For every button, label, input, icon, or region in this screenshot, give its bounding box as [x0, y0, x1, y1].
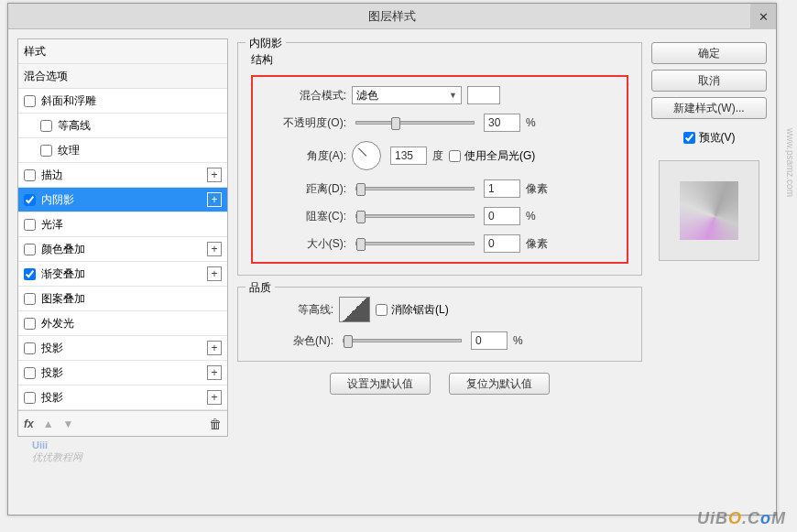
section-title: 内阴影: [246, 36, 286, 51]
global-light-input[interactable]: [449, 150, 461, 162]
add-effect-icon[interactable]: +: [207, 365, 222, 380]
distance-row: 距离(D): 像素: [264, 179, 616, 198]
style-checkbox[interactable]: [24, 95, 36, 107]
watermark-left: Uiii 优优教程网: [32, 440, 82, 463]
opacity-input[interactable]: [484, 114, 520, 132]
move-up-icon[interactable]: ▲: [43, 418, 54, 430]
style-label: 等高线: [58, 118, 222, 134]
list-header-styles[interactable]: 样式: [18, 39, 227, 64]
angle-input[interactable]: [390, 147, 427, 165]
style-label: 颜色叠加: [41, 242, 207, 257]
noise-row: 杂色(N): %: [251, 331, 628, 350]
dialog-content: 样式 混合选项 斜面和浮雕等高线纹理描边+内阴影+光泽颜色叠加+渐变叠加+图案叠…: [8, 29, 776, 446]
style-label: 描边: [41, 168, 207, 183]
watermark-bottom: UiBO.CoM: [697, 509, 786, 528]
ok-button[interactable]: 确定: [651, 42, 767, 64]
blend-mode-label: 混合模式:: [264, 88, 346, 103]
style-item-8[interactable]: 图案叠加: [18, 287, 227, 311]
noise-unit: %: [513, 334, 523, 347]
style-checkbox[interactable]: [24, 169, 36, 181]
styles-list-panel: 样式 混合选项 斜面和浮雕等高线纹理描边+内阴影+光泽颜色叠加+渐变叠加+图案叠…: [17, 38, 228, 437]
choke-row: 阻塞(C): %: [264, 207, 616, 225]
style-item-5[interactable]: 光泽: [18, 212, 227, 237]
style-item-2[interactable]: 纹理: [18, 138, 227, 163]
noise-input[interactable]: [471, 331, 508, 350]
angle-dial[interactable]: [352, 141, 381, 170]
antialias-input[interactable]: [376, 304, 388, 316]
style-item-7[interactable]: 渐变叠加+: [18, 262, 227, 287]
style-checkbox[interactable]: [40, 120, 52, 132]
shadow-color-swatch[interactable]: [467, 86, 500, 104]
style-checkbox[interactable]: [24, 219, 36, 231]
trash-icon[interactable]: 🗑: [209, 417, 222, 431]
style-checkbox[interactable]: [24, 392, 36, 404]
style-item-3[interactable]: 描边+: [18, 163, 227, 188]
angle-label: 角度(A):: [264, 148, 346, 164]
size-slider[interactable]: [355, 242, 475, 245]
add-effect-icon[interactable]: +: [207, 266, 222, 281]
move-down-icon[interactable]: ▼: [63, 418, 74, 430]
style-item-10[interactable]: 投影+: [18, 336, 227, 361]
opacity-unit: %: [526, 116, 536, 129]
contour-label: 等高线:: [251, 302, 333, 318]
size-input[interactable]: [484, 234, 520, 253]
style-checkbox[interactable]: [24, 244, 36, 255]
style-item-12[interactable]: 投影+: [18, 385, 227, 410]
blend-mode-value: 滤色: [356, 88, 378, 103]
style-item-9[interactable]: 外发光: [18, 311, 227, 336]
add-effect-icon[interactable]: +: [207, 390, 222, 405]
style-checkbox[interactable]: [24, 194, 36, 206]
size-unit: 像素: [526, 236, 548, 252]
global-light-label: 使用全局光(G): [464, 148, 535, 164]
opacity-slider[interactable]: [355, 121, 475, 125]
style-checkbox[interactable]: [40, 145, 52, 157]
add-effect-icon[interactable]: +: [207, 168, 222, 182]
style-label: 投影: [41, 341, 207, 356]
angle-row: 角度(A): 度 使用全局光(G): [264, 141, 616, 170]
style-label: 光泽: [41, 217, 222, 233]
style-item-11[interactable]: 投影+: [18, 361, 227, 385]
inner-shadow-fieldset: 内阴影 结构 混合模式: 滤色 ▼ 不透明度(O):: [237, 42, 642, 276]
style-checkbox[interactable]: [24, 342, 36, 354]
add-effect-icon[interactable]: +: [207, 242, 222, 256]
add-effect-icon[interactable]: +: [207, 341, 222, 355]
style-label: 斜面和浮雕: [41, 93, 222, 109]
style-checkbox[interactable]: [24, 293, 36, 305]
style-label: 纹理: [58, 143, 222, 158]
preview-label: 预览(V): [699, 130, 736, 146]
style-checkbox[interactable]: [24, 268, 36, 280]
style-item-0[interactable]: 斜面和浮雕: [18, 89, 227, 114]
style-checkbox[interactable]: [24, 318, 36, 330]
style-item-1[interactable]: 等高线: [18, 114, 227, 138]
preview-checkbox[interactable]: 预览(V): [651, 130, 767, 146]
quality-fieldset: 品质 等高线: 消除锯齿(L) 杂色(N): %: [237, 287, 642, 362]
angle-unit: 度: [432, 148, 443, 164]
noise-slider[interactable]: [343, 339, 462, 342]
set-default-button[interactable]: 设置为默认值: [330, 373, 431, 395]
style-label: 内阴影: [41, 192, 207, 208]
list-header-blend[interactable]: 混合选项: [18, 64, 227, 89]
structure-legend: 结构: [251, 52, 628, 71]
choke-slider[interactable]: [355, 214, 475, 218]
antialias-checkbox[interactable]: 消除锯齿(L): [376, 302, 449, 318]
choke-input[interactable]: [484, 207, 520, 225]
reset-default-button[interactable]: 复位为默认值: [449, 373, 550, 395]
style-label: 图案叠加: [41, 291, 222, 307]
styles-list: 样式 混合选项 斜面和浮雕等高线纹理描边+内阴影+光泽颜色叠加+渐变叠加+图案叠…: [18, 39, 227, 410]
add-effect-icon[interactable]: +: [207, 192, 222, 207]
style-item-4[interactable]: 内阴影+: [18, 188, 227, 212]
cancel-button[interactable]: 取消: [651, 70, 767, 92]
style-checkbox[interactable]: [24, 367, 36, 379]
close-button[interactable]: ✕: [750, 4, 776, 29]
new-style-button[interactable]: 新建样式(W)...: [651, 97, 767, 119]
preview-input[interactable]: [683, 132, 695, 144]
fx-menu-button[interactable]: fx: [24, 418, 34, 430]
blend-mode-dropdown[interactable]: 滤色 ▼: [352, 86, 462, 104]
contour-picker[interactable]: [339, 297, 370, 322]
preview-thumbnail: [680, 181, 738, 240]
distance-input[interactable]: [484, 179, 520, 198]
distance-slider[interactable]: [355, 187, 475, 190]
global-light-checkbox[interactable]: 使用全局光(G): [449, 148, 535, 164]
dialog-title: 图层样式: [368, 8, 416, 25]
style-item-6[interactable]: 颜色叠加+: [18, 237, 227, 262]
